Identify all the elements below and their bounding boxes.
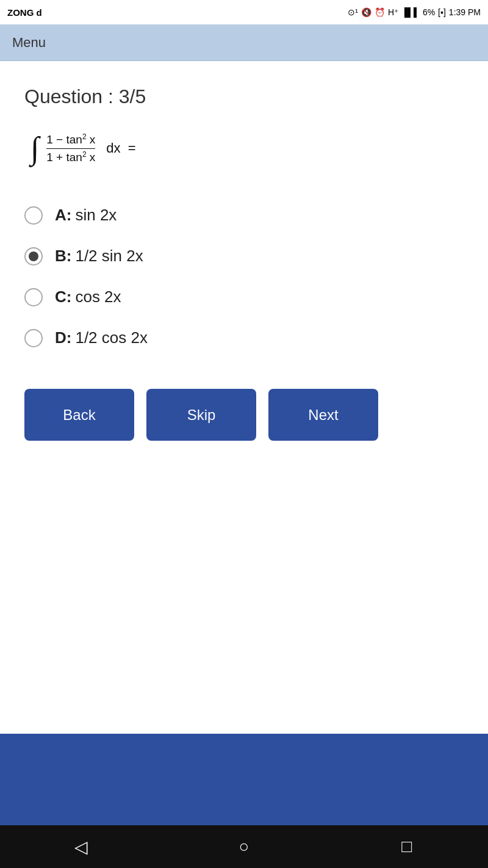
nav-recent-button[interactable]: □	[389, 828, 425, 865]
radio-d[interactable]	[24, 329, 43, 347]
time-text: 1:39 PM	[449, 7, 481, 17]
mute-icon: 🔇	[361, 7, 371, 17]
header-bar: Menu	[0, 24, 488, 61]
formula-container: ∫ 1 − tan2 x 1 + tan2 x dx =	[24, 132, 464, 164]
text-c: cos 2x	[75, 288, 121, 306]
battery-text: 6%	[423, 7, 435, 17]
numerator: 1 − tan2 x	[46, 132, 95, 148]
text-d: 1/2 cos 2x	[75, 328, 148, 347]
option-d[interactable]: D: 1/2 cos 2x	[24, 317, 464, 358]
fraction: 1 − tan2 x 1 + tan2 x	[46, 132, 95, 164]
next-button[interactable]: Next	[268, 389, 378, 441]
integral-symbol: ∫	[30, 132, 39, 164]
bars-icon: ▐▌▌	[401, 7, 420, 17]
skip-button[interactable]: Skip	[146, 389, 256, 441]
option-c[interactable]: C: cos 2x	[24, 277, 464, 317]
label-b: B:	[55, 247, 71, 266]
text-b: 1/2 sin 2x	[75, 247, 143, 266]
option-a[interactable]: A: sin 2x	[24, 195, 464, 236]
radio-c[interactable]	[24, 288, 43, 306]
radio-b[interactable]	[24, 247, 43, 266]
status-bar: ZONG d ⊙¹ 🔇 ⏰ H⁺ ▐▌▌ 6% [▪] 1:39 PM	[0, 0, 488, 24]
question-header: Question : 3/5	[24, 85, 464, 108]
nav-home-button[interactable]: ○	[226, 828, 262, 865]
denominator: 1 + tan2 x	[46, 150, 95, 164]
dx-equals: dx =	[106, 140, 135, 156]
back-button[interactable]: Back	[24, 389, 134, 441]
label-a: A:	[55, 206, 71, 225]
label-d: D:	[55, 328, 71, 347]
label-c: C:	[55, 288, 71, 306]
nav-bar: ◁ ○ □	[0, 825, 488, 868]
signal-icon: ⊙¹	[348, 7, 358, 17]
options-list: A: sin 2x B: 1/2 sin 2x C: cos 2x D: 1/2…	[24, 195, 464, 358]
network-icon: H⁺	[388, 7, 398, 17]
radio-b-selected	[29, 251, 38, 261]
battery-icon: [▪]	[438, 7, 446, 17]
text-a: sin 2x	[75, 206, 117, 225]
menu-label[interactable]: Menu	[12, 35, 46, 51]
content-area: Question : 3/5 ∫ 1 − tan2 x 1 + tan2 x d…	[0, 61, 488, 734]
nav-back-button[interactable]: ◁	[63, 828, 99, 865]
radio-a[interactable]	[24, 206, 43, 225]
option-b[interactable]: B: 1/2 sin 2x	[24, 236, 464, 277]
math-formula: ∫ 1 − tan2 x 1 + tan2 x dx =	[30, 132, 136, 164]
footer-blue	[0, 734, 488, 825]
button-row: Back Skip Next	[24, 389, 464, 441]
status-icons: ⊙¹ 🔇 ⏰ H⁺ ▐▌▌ 6% [▪] 1:39 PM	[348, 7, 481, 17]
carrier-text: ZONG d	[7, 7, 42, 18]
alarm-icon: ⏰	[375, 7, 385, 17]
